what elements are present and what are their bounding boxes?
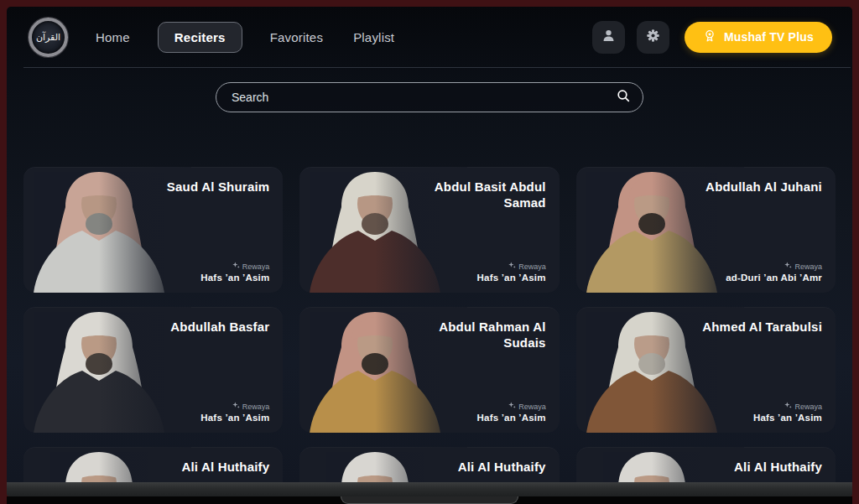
premium-label: Mushaf TV Plus [724, 30, 814, 44]
settings-button[interactable] [637, 21, 669, 54]
reciter-name: Abdul Rahman Al Sudais [395, 320, 546, 351]
sparkle-icon [232, 262, 240, 271]
reciter-name: Ali Al Huthaify [118, 460, 269, 475]
rewaya-value: ad-Duri ʼan Abi ʼAmr [726, 273, 822, 283]
nav-item-favorites[interactable]: Favorites [268, 22, 326, 53]
reciter-name: Abdullah Al Juhani [671, 179, 822, 195]
reciter-grid: Saud Al Shuraim Rewaya Hafs ʼan ʼAsim [23, 167, 836, 482]
rewaya-block: Rewaya Hafs ʼan ʼAsim [477, 402, 546, 423]
rewaya-label-text: Rewaya [242, 262, 270, 271]
rewaya-value: Hafs ʼan ʼAsim [200, 273, 269, 283]
profile-button[interactable] [592, 21, 625, 54]
rewaya-block: Rewaya Hafs ʼan ʼAsim [200, 262, 269, 283]
rewaya-label-text: Rewaya [242, 403, 270, 411]
search-input[interactable] [232, 91, 616, 104]
tv-chassis [7, 482, 852, 496]
tv-base-row [7, 496, 852, 504]
reciter-name: Abdullah Basfar [118, 320, 269, 335]
rewaya-label: Rewaya [477, 402, 546, 411]
tv-frame: القرآن Home Reciters Favorites Playlist [7, 7, 852, 504]
search-section [7, 82, 852, 112]
app-logo: القرآن [29, 18, 68, 57]
reciter-card[interactable]: Abdullah Al Juhani Rewaya ad-Duri ʼan Ab… [576, 167, 836, 293]
sparkle-icon [784, 262, 792, 271]
rewaya-label-text: Rewaya [794, 262, 822, 271]
rewaya-block: Rewaya ad-Duri ʼan Abi ʼAmr [726, 262, 822, 283]
reciter-card[interactable]: Ahmed Al Tarabulsi Rewaya Hafs ʼan ʼAsim [576, 307, 836, 433]
reciter-card[interactable]: Ali Al Huthaify [299, 447, 559, 482]
photo-beard [86, 213, 112, 235]
sparkle-icon [508, 402, 516, 411]
app-screen: القرآن Home Reciters Favorites Playlist [7, 7, 852, 482]
rewaya-value: Hafs ʼan ʼAsim [477, 413, 546, 423]
user-icon [601, 29, 616, 46]
reciter-name: Ali Al Huthaify [671, 460, 822, 475]
reciter-name: Abdul Basit Abdul Samad [395, 179, 546, 211]
rewaya-value: Hafs ʼan ʼAsim [200, 413, 269, 423]
rewaya-block: Rewaya Hafs ʼan ʼAsim [753, 402, 822, 423]
sparkle-icon [508, 262, 516, 271]
reciter-name: Ali Al Huthaify [395, 460, 546, 475]
sparkle-icon [232, 402, 240, 411]
rewaya-block: Rewaya Hafs ʼan ʼAsim [477, 262, 546, 283]
premium-button[interactable]: Mushaf TV Plus [685, 22, 832, 53]
photo-beard [86, 353, 112, 375]
reciter-name: Saud Al Shuraim [118, 179, 269, 195]
photo-beard [362, 353, 388, 375]
gear-icon [646, 29, 660, 46]
main-nav: Home Reciters Favorites Playlist [93, 22, 397, 53]
rewaya-label: Rewaya [477, 262, 546, 271]
topbar-divider [23, 67, 851, 68]
rewaya-label-text: Rewaya [518, 403, 546, 411]
medal-icon [703, 29, 716, 45]
nav-item-reciters[interactable]: Reciters [158, 22, 242, 53]
reciter-name: Ahmed Al Tarabulsi [671, 320, 822, 335]
rewaya-label: Rewaya [726, 262, 822, 271]
rewaya-value: Hafs ʼan ʼAsim [753, 413, 822, 423]
photo-beard [638, 213, 665, 235]
app-logo-text: القرآن [36, 32, 60, 43]
reciter-card[interactable]: Ali Al Huthaify [23, 447, 283, 482]
top-bar: القرآن Home Reciters Favorites Playlist [7, 7, 852, 67]
rewaya-label: Rewaya [753, 402, 822, 411]
reciter-card[interactable]: Ali Al Huthaify [576, 447, 836, 482]
rewaya-label: Rewaya [200, 262, 269, 271]
reciter-card[interactable]: Abdul Basit Abdul Samad Rewaya Hafs ʼan … [299, 167, 559, 293]
rewaya-block: Rewaya Hafs ʼan ʼAsim [200, 402, 269, 423]
rewaya-label-text: Rewaya [794, 403, 822, 411]
nav-item-home[interactable]: Home [93, 22, 133, 53]
photo-beard [638, 353, 665, 375]
reciter-card[interactable]: Abdul Rahman Al Sudais Rewaya Hafs ʼan ʼ… [299, 307, 559, 433]
sparkle-icon [784, 402, 792, 411]
search-icon[interactable] [616, 88, 631, 107]
search-bar[interactable] [216, 82, 643, 112]
nav-item-playlist[interactable]: Playlist [351, 22, 397, 53]
reciter-card[interactable]: Abdullah Basfar Rewaya Hafs ʼan ʼAsim [23, 307, 283, 433]
reciter-card[interactable]: Saud Al Shuraim Rewaya Hafs ʼan ʼAsim [23, 167, 283, 293]
rewaya-value: Hafs ʼan ʼAsim [477, 273, 546, 283]
photo-beard [362, 213, 388, 235]
tv-stand [341, 496, 518, 504]
rewaya-label: Rewaya [200, 402, 269, 411]
rewaya-label-text: Rewaya [518, 262, 546, 271]
